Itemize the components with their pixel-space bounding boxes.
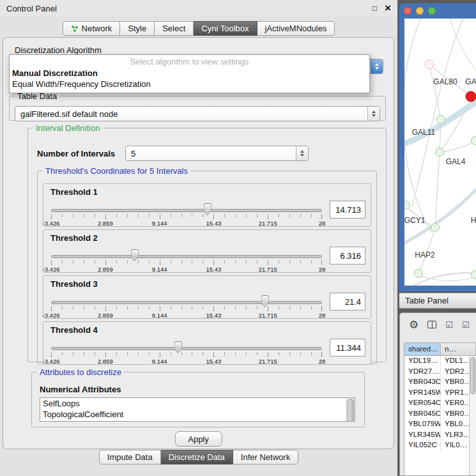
control-panel-window: Control Panel □ × Network Style Select C… bbox=[0, 0, 397, 476]
table-row[interactable]: YBL079WYBL0… bbox=[404, 419, 476, 430]
attribute-list-item[interactable]: SelfLoops bbox=[43, 399, 344, 410]
algorithm-option-manual[interactable]: Manual Discretization bbox=[10, 68, 369, 79]
slider-track[interactable] bbox=[51, 255, 322, 258]
threshold-2-slider[interactable]: -3.4262.8599.14415.4321.71528 bbox=[51, 243, 322, 272]
tick-label: 9.144 bbox=[152, 358, 167, 365]
scrollbar-thumb[interactable] bbox=[348, 399, 354, 422]
threshold-4-group: Threshold 4 -3.4262.8599.14415.4321.7152… bbox=[43, 321, 371, 365]
algorithm-option-equal-width[interactable]: Equal Width/Frequency Discretization bbox=[10, 79, 369, 89]
scrollbar-thumb[interactable] bbox=[470, 357, 475, 394]
network-node[interactable] bbox=[435, 148, 444, 157]
combo-stepper-icon[interactable] bbox=[296, 146, 308, 160]
tab-impute-data[interactable]: Impute Data bbox=[99, 450, 161, 464]
table-row[interactable]: YBR043CYBR0… bbox=[404, 377, 476, 388]
tick-label: 28 bbox=[319, 266, 326, 273]
threshold-3-value-field[interactable]: 21.4 bbox=[330, 293, 365, 311]
algorithm-popup-hint: Select algorithm to view settings bbox=[10, 55, 369, 68]
gear-icon[interactable]: ⚙ bbox=[409, 319, 418, 330]
mac-minimize-icon[interactable] bbox=[416, 7, 424, 15]
number-of-intervals-row: Number of Intervals 5 bbox=[37, 146, 309, 161]
apply-button[interactable]: Apply bbox=[174, 431, 222, 447]
numerical-attributes-list: SelfLoopsTopologicalCoefficientBetweenne… bbox=[40, 397, 355, 422]
combo-stepper-icon[interactable] bbox=[371, 59, 383, 73]
threshold-4-value-field[interactable]: 11.344 bbox=[330, 339, 365, 357]
slider-track[interactable] bbox=[51, 209, 322, 212]
threshold-4-slider[interactable]: -3.4262.8599.14415.4321.71528 bbox=[51, 335, 322, 364]
tab-style[interactable]: Style bbox=[120, 21, 155, 36]
threshold-3-slider[interactable]: -3.4262.8599.14415.4321.71528 bbox=[51, 289, 322, 318]
slider-thumb-icon[interactable] bbox=[131, 249, 139, 256]
slider-thumb-icon[interactable] bbox=[203, 203, 211, 210]
table-row[interactable]: YLR345WYLR3… bbox=[404, 430, 476, 441]
network-node[interactable] bbox=[425, 60, 434, 70]
slider-track[interactable] bbox=[51, 347, 322, 350]
threshold-1-slider[interactable]: -3.4262.8599.14415.4321.71528 bbox=[51, 197, 322, 226]
slider-thumb-icon[interactable] bbox=[261, 295, 269, 302]
table-panel-toolbar: ⚙ ☑ ☑ bbox=[409, 317, 470, 332]
tab-cyni-toolbox[interactable]: Cyni Toolbox bbox=[194, 21, 257, 36]
table-scrollbar[interactable] bbox=[469, 356, 476, 475]
tab-label: Infer Network bbox=[241, 452, 290, 462]
slider-minor-ticks bbox=[51, 306, 322, 309]
list-scrollbar[interactable] bbox=[346, 398, 355, 421]
columns-icon[interactable] bbox=[427, 321, 436, 328]
bottom-tab-bar: Impute Data Discretize Data Infer Networ… bbox=[0, 450, 397, 464]
table-cell[interactable]: YBL079W bbox=[404, 419, 441, 430]
tab-jactivemnodules[interactable]: jActiveMNodules bbox=[257, 21, 335, 36]
table-row[interactable]: YPR145WYPR1… bbox=[404, 388, 476, 399]
table-row[interactable]: YDR27…YDR2… bbox=[404, 367, 476, 378]
table-header-row: shared… n… bbox=[404, 343, 476, 356]
float-window-icon[interactable]: □ bbox=[372, 4, 377, 13]
network-node[interactable] bbox=[466, 91, 476, 102]
table-row[interactable]: YER054CYER0… bbox=[404, 398, 476, 409]
checkbox-icon[interactable]: ☑ bbox=[445, 321, 453, 329]
tab-label: Impute Data bbox=[107, 452, 153, 462]
tab-discretize-data[interactable]: Discretize Data bbox=[161, 450, 233, 464]
table-row[interactable]: YIL052CYIL0… bbox=[404, 440, 476, 451]
attribute-list-item[interactable]: TopologicalCoefficient bbox=[43, 410, 344, 420]
network-node[interactable] bbox=[431, 223, 440, 232]
network-node[interactable] bbox=[436, 115, 445, 124]
close-window-icon[interactable]: × bbox=[385, 4, 391, 12]
attributes-group: Attributes to discretize Numerical Attri… bbox=[31, 367, 365, 427]
slider-track[interactable] bbox=[51, 301, 322, 304]
network-view-window: GAL80GAGAL11GAL4GCY1HHAP2 bbox=[399, 3, 476, 291]
network-node[interactable] bbox=[414, 269, 423, 278]
threshold-2-group: Threshold 2 -3.4262.8599.14415.4321.7152… bbox=[43, 229, 371, 273]
table-row[interactable]: YBR045CYBR0… bbox=[404, 409, 476, 420]
tab-network[interactable]: Network bbox=[63, 21, 121, 36]
table-cell[interactable]: YPR145W bbox=[404, 388, 441, 399]
table-data-combo[interactable]: galFiltered.sif default node bbox=[15, 106, 380, 121]
tick-label: 2.859 bbox=[98, 312, 113, 319]
threshold-2-value-field[interactable]: 6.316 bbox=[330, 247, 365, 265]
network-canvas[interactable]: GAL80GAGAL11GAL4GCY1HHAP2 bbox=[404, 19, 476, 286]
attribute-list-item[interactable]: BetweennessCentrality bbox=[43, 420, 344, 422]
table-cell[interactable]: YLR345W bbox=[404, 430, 441, 441]
tab-select[interactable]: Select bbox=[155, 21, 194, 36]
column-header-shared-name[interactable]: shared… bbox=[404, 343, 441, 356]
column-header-name[interactable]: n… bbox=[441, 343, 476, 356]
table-cell[interactable]: YBR045C bbox=[404, 409, 441, 420]
cyni-toolbox-panel: Discretization Algorithm Select algorith… bbox=[3, 37, 394, 449]
table-cell[interactable]: YBR043C bbox=[404, 377, 441, 388]
checkbox-icon[interactable]: ☑ bbox=[462, 321, 470, 329]
network-node[interactable] bbox=[471, 136, 476, 145]
table-cell[interactable]: YDL19… bbox=[404, 356, 441, 367]
table-cell[interactable]: YER054C bbox=[404, 398, 441, 409]
table-row[interactable]: YDL19…YDL1… bbox=[404, 356, 476, 367]
slider-tick-labels: -3.4262.8599.14415.4321.71528 bbox=[51, 358, 322, 365]
combo-stepper-icon[interactable] bbox=[367, 107, 380, 121]
mac-zoom-icon[interactable] bbox=[428, 7, 436, 15]
tick-label: 21.715 bbox=[259, 220, 277, 227]
threshold-1-value-field[interactable]: 14.713 bbox=[330, 201, 365, 219]
table-cell[interactable]: YDR27… bbox=[404, 367, 441, 378]
number-of-intervals-combo[interactable]: 5 bbox=[125, 146, 309, 161]
table-cell[interactable]: YIL052C bbox=[404, 440, 441, 451]
network-node[interactable] bbox=[471, 270, 476, 279]
thresholds-group: Threshold's Coordinates for 5 Intervals … bbox=[37, 166, 377, 364]
slider-thumb-icon[interactable] bbox=[174, 341, 183, 348]
tick-label: 28 bbox=[319, 220, 326, 227]
table-panel-title: Table Panel bbox=[405, 296, 449, 305]
tab-infer-network[interactable]: Infer Network bbox=[233, 450, 298, 464]
mac-close-icon[interactable] bbox=[404, 7, 411, 15]
